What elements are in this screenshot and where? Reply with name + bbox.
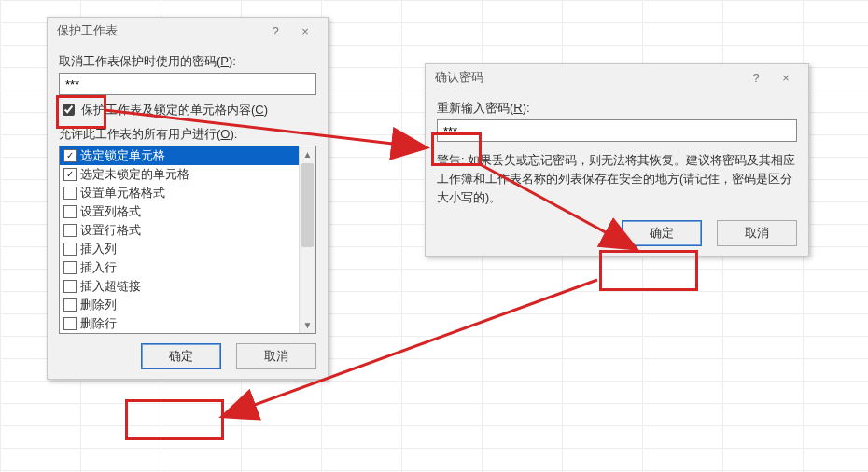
help-button[interactable]: ? <box>264 24 287 38</box>
checkbox-icon[interactable] <box>63 187 77 200</box>
checkbox-icon[interactable] <box>63 317 77 330</box>
list-item[interactable]: 插入行 <box>60 258 315 277</box>
checkbox-icon[interactable] <box>63 280 77 293</box>
list-item[interactable]: 设置行格式 <box>60 221 315 240</box>
checkbox-icon[interactable] <box>63 261 77 274</box>
titlebar: 保护工作表 ? × <box>48 18 328 44</box>
reenter-password-label: 重新输入密码(R): <box>437 100 797 117</box>
reenter-password-input[interactable] <box>437 119 797 142</box>
highlight-box <box>125 399 224 440</box>
list-item[interactable]: 设置列格式 <box>60 202 315 221</box>
checkbox-icon[interactable] <box>63 298 77 312</box>
confirm-password-dialog: 确认密码 ? × 重新输入密码(R): 警告: 如果丢失或忘记密码，则无法将其恢… <box>425 63 809 257</box>
cancel-button[interactable]: 取消 <box>236 343 316 369</box>
protect-sheet-dialog: 保护工作表 ? × 取消工作表保护时使用的密码(P): 保护工作表及锁定的单元格… <box>47 17 329 380</box>
warning-text: 警告: 如果丢失或忘记密码，则无法将其恢复。建议将密码及其相应工作簿和工作表名称… <box>437 151 797 207</box>
titlebar: 确认密码 ? × <box>426 64 808 90</box>
list-item-label: 选定未锁定的单元格 <box>80 166 189 183</box>
list-item[interactable]: 设置单元格格式 <box>60 184 315 202</box>
list-item-label: 删除列 <box>80 297 117 313</box>
cancel-button[interactable]: 取消 <box>717 220 797 246</box>
checkbox-icon[interactable] <box>63 205 77 218</box>
list-item[interactable]: ✓选定锁定单元格 <box>60 146 315 165</box>
list-item-label: 设置单元格格式 <box>80 185 165 201</box>
scrollbar[interactable]: ▲ ▼ <box>299 146 315 333</box>
list-item-label: 设置行格式 <box>80 222 141 239</box>
protect-contents-label: 保护工作表及锁定的单元格内容(C) <box>81 102 268 118</box>
list-item-label: 设置列格式 <box>80 203 141 220</box>
checkbox-icon[interactable] <box>63 243 77 256</box>
checkbox-icon[interactable]: ✓ <box>63 149 77 162</box>
password-label: 取消工作表保护时使用的密码(P): <box>59 53 316 70</box>
scroll-thumb[interactable] <box>301 163 314 247</box>
help-button[interactable]: ? <box>745 71 767 85</box>
protect-contents-checkbox[interactable] <box>63 104 75 116</box>
ok-button[interactable]: 确定 <box>622 220 702 246</box>
list-item[interactable]: 插入列 <box>60 240 315 258</box>
checkbox-icon[interactable] <box>63 224 77 237</box>
checkbox-icon[interactable]: ✓ <box>63 168 77 181</box>
list-item-label: 插入列 <box>80 241 117 257</box>
dialog-title: 保护工作表 <box>57 22 264 39</box>
list-item-label: 删除行 <box>80 315 117 332</box>
allow-users-label: 允许此工作表的所有用户进行(O): <box>59 126 316 143</box>
list-item[interactable]: 删除行 <box>60 314 315 333</box>
dialog-title: 确认密码 <box>435 69 745 86</box>
password-input[interactable] <box>59 73 316 95</box>
list-item[interactable]: 插入超链接 <box>60 277 315 296</box>
list-item-label: 插入超链接 <box>80 278 141 295</box>
list-item[interactable]: ✓选定未锁定的单元格 <box>60 165 315 184</box>
permissions-listbox[interactable]: ✓选定锁定单元格✓选定未锁定的单元格设置单元格格式设置列格式设置行格式插入列插入… <box>59 146 316 334</box>
scroll-down-icon[interactable]: ▼ <box>300 317 315 333</box>
list-item[interactable]: 删除列 <box>60 296 315 314</box>
list-item-label: 插入行 <box>80 259 117 276</box>
close-button[interactable]: × <box>287 24 324 38</box>
ok-button[interactable]: 确定 <box>141 343 221 369</box>
close-button[interactable]: × <box>767 71 805 85</box>
scroll-up-icon[interactable]: ▲ <box>300 146 315 162</box>
list-item-label: 选定锁定单元格 <box>80 147 165 164</box>
